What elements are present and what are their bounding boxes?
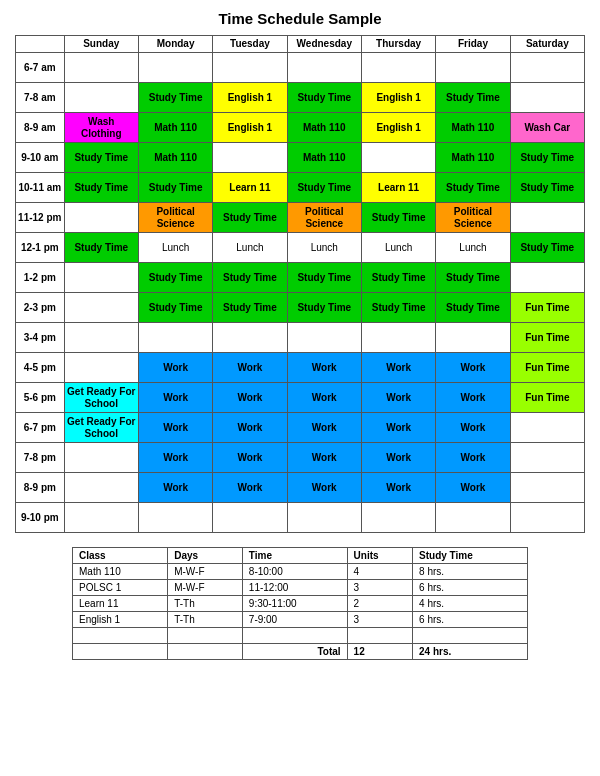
schedule-cell: Work — [361, 353, 435, 383]
time-cell: 2-3 pm — [16, 293, 65, 323]
schedule-cell: Study Time — [287, 173, 361, 203]
schedule-cell — [64, 473, 138, 503]
schedule-cell: Political Science — [138, 203, 212, 233]
schedule-cell — [510, 83, 584, 113]
schedule-cell: Study Time — [64, 143, 138, 173]
class-cell: 3 — [347, 612, 412, 628]
schedule-cell: Lunch — [436, 233, 510, 263]
schedule-cell: Work — [361, 473, 435, 503]
day-header-wednesday: Wednesday — [287, 36, 361, 53]
time-cell: 3-4 pm — [16, 323, 65, 353]
table-row: 8-9 amWash ClothingMath 110English 1Math… — [16, 113, 585, 143]
class-cell: T-Th — [168, 612, 243, 628]
class-cell: T-Th — [168, 596, 243, 612]
time-cell: 6-7 am — [16, 53, 65, 83]
schedule-cell — [361, 503, 435, 533]
schedule-cell: Lunch — [287, 233, 361, 263]
schedule-cell: Study Time — [287, 263, 361, 293]
schedule-cell: Work — [138, 413, 212, 443]
schedule-cell: Work — [436, 473, 510, 503]
schedule-cell: Study Time — [510, 173, 584, 203]
schedule-cell — [64, 83, 138, 113]
schedule-cell: Work — [138, 443, 212, 473]
schedule-cell: Work — [361, 383, 435, 413]
table-row: 6-7 pmGet Ready For SchoolWorkWorkWorkWo… — [16, 413, 585, 443]
schedule-cell — [436, 323, 510, 353]
schedule-cell: Study Time — [436, 293, 510, 323]
class-row: Math 110M-W-F8-10:0048 hrs. — [73, 564, 528, 580]
time-cell: 8-9 am — [16, 113, 65, 143]
class-cell: M-W-F — [168, 564, 243, 580]
schedule-cell: Math 110 — [436, 143, 510, 173]
schedule-cell — [510, 443, 584, 473]
schedule-cell: Work — [361, 443, 435, 473]
schedule-cell — [64, 323, 138, 353]
schedule-cell — [64, 203, 138, 233]
time-cell: 11-12 pm — [16, 203, 65, 233]
class-cell: 2 — [347, 596, 412, 612]
schedule-cell: Work — [287, 443, 361, 473]
time-cell: 8-9 pm — [16, 473, 65, 503]
schedule-cell: Get Ready For School — [64, 413, 138, 443]
class-empty-row — [73, 628, 528, 644]
schedule-cell: Study Time — [138, 263, 212, 293]
schedule-cell: Study Time — [361, 263, 435, 293]
schedule-cell: Work — [361, 413, 435, 443]
schedule-cell: Political Science — [287, 203, 361, 233]
time-cell: 9-10 pm — [16, 503, 65, 533]
class-col-header: Study Time — [413, 548, 528, 564]
class-cell: POLSC 1 — [73, 580, 168, 596]
day-header-tuesday: Tuesday — [213, 36, 287, 53]
total-cell: Total — [242, 644, 347, 660]
schedule-cell: English 1 — [213, 83, 287, 113]
table-row: 7-8 pmWorkWorkWorkWorkWork — [16, 443, 585, 473]
schedule-cell: Study Time — [510, 233, 584, 263]
class-header-row: ClassDaysTimeUnitsStudy Time — [73, 548, 528, 564]
schedule-cell — [361, 143, 435, 173]
time-cell: 6-7 pm — [16, 413, 65, 443]
schedule-table: SundayMondayTuesdayWednesdayThursdayFrid… — [15, 35, 585, 533]
table-row: 9-10 amStudy TimeMath 110Math 110Math 11… — [16, 143, 585, 173]
schedule-cell — [213, 323, 287, 353]
schedule-cell — [138, 53, 212, 83]
schedule-cell: Study Time — [138, 293, 212, 323]
class-cell: 3 — [347, 580, 412, 596]
schedule-cell — [64, 263, 138, 293]
schedule-cell — [64, 443, 138, 473]
schedule-cell — [64, 293, 138, 323]
schedule-cell: Study Time — [361, 203, 435, 233]
table-row: 2-3 pmStudy TimeStudy TimeStudy TimeStud… — [16, 293, 585, 323]
total-cell: 24 hrs. — [413, 644, 528, 660]
class-col-header: Time — [242, 548, 347, 564]
class-col-header: Units — [347, 548, 412, 564]
schedule-cell — [436, 53, 510, 83]
schedule-cell: Wash Car — [510, 113, 584, 143]
time-header — [16, 36, 65, 53]
class-cell: 4 hrs. — [413, 596, 528, 612]
schedule-cell: Study Time — [64, 233, 138, 263]
schedule-cell — [510, 413, 584, 443]
schedule-cell: Work — [287, 413, 361, 443]
schedule-cell: English 1 — [213, 113, 287, 143]
class-cell: 8-10:00 — [242, 564, 347, 580]
class-col-header: Days — [168, 548, 243, 564]
schedule-cell — [510, 473, 584, 503]
table-row: 12-1 pmStudy TimeLunchLunchLunchLunchLun… — [16, 233, 585, 263]
table-row: 11-12 pmPolitical ScienceStudy TimePolit… — [16, 203, 585, 233]
page: Time Schedule Sample SundayMondayTuesday… — [0, 0, 600, 670]
time-cell: 7-8 pm — [16, 443, 65, 473]
class-cell: English 1 — [73, 612, 168, 628]
schedule-cell: Study Time — [361, 293, 435, 323]
class-cell: 4 — [347, 564, 412, 580]
table-row: 9-10 pm — [16, 503, 585, 533]
schedule-cell: Work — [213, 353, 287, 383]
page-title: Time Schedule Sample — [15, 10, 585, 27]
schedule-cell: Work — [213, 413, 287, 443]
day-header-saturday: Saturday — [510, 36, 584, 53]
class-cell: Learn 11 — [73, 596, 168, 612]
schedule-cell: Study Time — [213, 263, 287, 293]
schedule-cell — [64, 53, 138, 83]
schedule-cell: Study Time — [138, 83, 212, 113]
schedule-cell — [64, 503, 138, 533]
time-cell: 12-1 pm — [16, 233, 65, 263]
